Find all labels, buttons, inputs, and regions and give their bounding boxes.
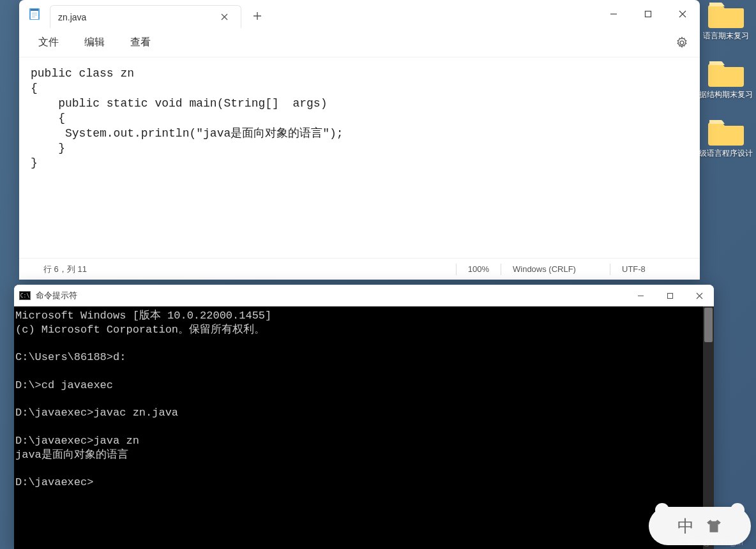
cmd-minimize-button[interactable]: [626, 285, 655, 306]
notepad-statusbar: 行 6，列 11 100% Windows (CRLF) UTF-8: [19, 258, 700, 280]
svg-rect-5: [32, 17, 35, 17]
cmd-window-controls: [626, 285, 714, 306]
minimize-button[interactable]: [596, 0, 631, 28]
folder-icon: [708, 59, 744, 87]
svg-rect-2: [31, 9, 38, 11]
svg-rect-4: [32, 15, 37, 15]
cmd-maximize-button[interactable]: [655, 285, 684, 306]
cmd-window: C:\ 命令提示符 Microsoft Windows [版本 10.0.220…: [14, 285, 714, 549]
gear-icon: [676, 36, 688, 49]
tab-file[interactable]: zn.java: [50, 5, 241, 28]
cmd-titlebar[interactable]: C:\ 命令提示符: [14, 285, 714, 306]
cmd-close-button[interactable]: [684, 285, 714, 306]
settings-button[interactable]: [670, 31, 693, 54]
svg-rect-7: [667, 293, 672, 298]
minimize-icon: [637, 292, 644, 299]
maximize-icon: [667, 292, 674, 299]
notepad-titlebar[interactable]: zn.java: [19, 0, 700, 28]
svg-rect-6: [646, 11, 651, 17]
status-encoding[interactable]: UTF-8: [610, 264, 687, 274]
plus-icon: [253, 11, 262, 20]
shirt-icon[interactable]: [706, 518, 722, 534]
tab-close-button[interactable]: [215, 8, 233, 26]
ime-decor: [730, 503, 745, 517]
maximize-icon: [644, 10, 652, 18]
menu-edit[interactable]: 编辑: [72, 32, 117, 53]
close-icon: [221, 13, 228, 20]
window-controls: [596, 0, 700, 28]
folder-icon: [708, 117, 744, 146]
svg-rect-3: [32, 13, 37, 13]
desktop-icons: 语言期末复习 据结构期末复习 级语言程序设计: [699, 0, 753, 177]
cmd-scrollbar-thumb[interactable]: [704, 308, 713, 342]
cmd-app-icon: C:\: [19, 291, 31, 300]
menu-file[interactable]: 文件: [26, 32, 72, 53]
status-lncol[interactable]: 行 6，列 11: [32, 264, 98, 275]
notepad-window: zn.java 文件 编辑 查看 public class zn { publi…: [19, 0, 700, 280]
watermark: CSDN @NEFU_nn: [680, 539, 743, 546]
close-button[interactable]: [665, 0, 700, 28]
desktop-folder[interactable]: 据结构期末复习: [699, 59, 753, 100]
desktop-folder[interactable]: 语言期末复习: [699, 0, 753, 41]
notepad-app-icon: [28, 8, 41, 20]
close-icon: [679, 10, 686, 18]
cmd-title: 命令提示符: [36, 290, 77, 301]
status-zoom[interactable]: 100%: [457, 264, 501, 274]
maximize-button[interactable]: [631, 0, 665, 28]
desktop-folder-label: 据结构期末复习: [699, 89, 753, 100]
notepad-menubar: 文件 编辑 查看: [19, 28, 700, 57]
tab-title: zn.java: [58, 12, 86, 22]
folder-icon: [708, 0, 744, 28]
status-eol[interactable]: Windows (CRLF): [501, 264, 610, 274]
ime-decor: [655, 503, 669, 517]
close-icon: [696, 292, 703, 299]
ime-mode[interactable]: 中: [677, 515, 694, 538]
code-editor[interactable]: public class zn { public static void mai…: [19, 57, 700, 258]
minimize-icon: [610, 10, 617, 18]
menu-view[interactable]: 查看: [117, 32, 163, 53]
desktop-folder-label: 级语言程序设计: [699, 148, 753, 158]
cmd-output[interactable]: Microsoft Windows [版本 10.0.22000.1455] (…: [14, 306, 714, 549]
new-tab-button[interactable]: [246, 5, 268, 27]
desktop-folder[interactable]: 级语言程序设计: [699, 117, 753, 158]
desktop-folder-label: 语言期末复习: [703, 31, 749, 41]
